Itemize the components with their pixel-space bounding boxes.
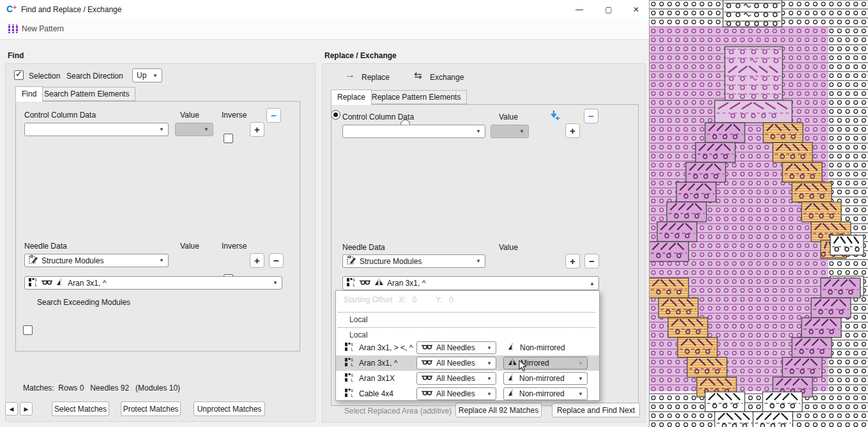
replace-all-matches-button[interactable]: Replace All 92 Matches <box>455 403 542 417</box>
tab-replace-pattern-elements[interactable]: Replace Pattern Elements <box>365 90 467 104</box>
svg-text:L: L <box>351 393 354 398</box>
remove-control-column-button[interactable]: − <box>584 109 598 123</box>
needles-select[interactable]: All Needles <box>416 372 496 385</box>
replace-radio-label: Replace <box>362 73 390 82</box>
non-mirrored-icon <box>56 279 65 288</box>
mirror-mode-select[interactable]: Non-mirrored <box>503 387 588 400</box>
needles-select[interactable]: All Needles <box>416 341 496 354</box>
needles-icon <box>421 374 433 383</box>
inverse-label: Inverse <box>222 111 247 120</box>
module-sl-icon: sL <box>345 342 354 353</box>
non-mirrored-icon <box>508 343 516 352</box>
add-from-selection-button[interactable] <box>547 108 563 125</box>
exchange-arrows-icon: ⇆ <box>414 70 422 81</box>
needles-icon <box>421 359 433 368</box>
module-sl-icon: sL <box>345 388 354 400</box>
svg-text:s: s <box>351 373 354 377</box>
structure-modules-icon <box>29 255 38 267</box>
svg-text:s: s <box>353 277 356 282</box>
needle-data-select[interactable]: Structure Modules <box>24 254 169 267</box>
svg-text:s: s <box>351 388 354 392</box>
plus-icon: + <box>570 125 575 136</box>
find-tab-content <box>15 101 300 352</box>
search-direction-select[interactable]: Up <box>132 68 162 82</box>
module-option-name: Aran 3x1, > <, ^ <box>359 343 416 352</box>
chevron-down-icon <box>487 361 492 366</box>
module-option-row[interactable]: sLAran 3x1XAll NeedlesNon-mirrored <box>336 371 599 386</box>
select-matches-button[interactable]: Select Matches <box>52 401 109 416</box>
plus-icon: + <box>254 255 260 266</box>
replace-arrow-icon: → <box>345 69 355 81</box>
control-column-data-select[interactable] <box>24 123 169 136</box>
next-match-button[interactable]: ▶ <box>20 402 33 415</box>
svg-text:L: L <box>351 378 354 382</box>
popup-ghost-text: Starting Offset X: 0 Y: 0 <box>344 295 453 304</box>
mirror-mode-select[interactable]: Non-mirrored <box>503 372 588 385</box>
matches-status: Matches: Rows 0 Needles 92 (Modules 10) <box>23 384 180 392</box>
popup-group-label: Local <box>349 330 368 339</box>
mirror-mode-select[interactable]: Mirrored <box>503 357 588 369</box>
svg-text:s: s <box>351 342 354 346</box>
new-pattern-button[interactable]: New Pattern <box>22 24 64 33</box>
new-pattern-icon <box>6 24 18 33</box>
mirrored-icon <box>374 279 384 288</box>
chevron-down-icon <box>159 127 164 132</box>
chevron-down-icon <box>476 128 481 134</box>
svg-text:L: L <box>35 283 38 287</box>
add-needle-data-button[interactable]: + <box>565 254 580 268</box>
module-option-name: Aran 3x1X <box>359 374 416 383</box>
add-control-column-button[interactable]: + <box>565 123 580 138</box>
chevron-down-icon <box>578 376 583 382</box>
unprotect-matches-button[interactable]: Unprotect Matches <box>194 401 265 416</box>
inverse-label: Inverse <box>222 242 247 251</box>
module-option-row[interactable]: sLAran 3x1, ^All NeedlesMirrored <box>336 355 599 371</box>
module-option-row[interactable]: sLAran 3x1, > <, ^All NeedlesNon-mirrore… <box>336 340 599 355</box>
svg-text:L: L <box>351 347 354 352</box>
chevron-down-icon <box>487 391 492 397</box>
control-column-data-select[interactable] <box>342 125 485 138</box>
module-option-row[interactable]: sLCable 4x4All NeedlesNon-mirrored <box>336 386 599 401</box>
add-control-column-button[interactable]: + <box>250 122 264 137</box>
module-sl-icon: sL <box>29 277 38 289</box>
tab-replace[interactable]: Replace <box>331 89 372 105</box>
find-section-header: Find <box>8 51 24 60</box>
popup-separator <box>339 312 595 313</box>
add-needle-data-button[interactable]: + <box>250 253 264 268</box>
needles-icon <box>421 389 433 398</box>
needle-data-select[interactable]: Structure Modules <box>342 254 485 268</box>
module-dropdown-popup: Starting Offset X: 0 Y: 0 Local Local sL… <box>335 290 600 401</box>
needles-select[interactable]: All Needles <box>416 357 496 369</box>
popup-group-label: Local <box>349 315 368 324</box>
mirror-mode: Non-mirrored <box>503 341 588 354</box>
module-sl-icon: sL <box>347 277 356 289</box>
protect-matches-button[interactable]: Protect Matches <box>121 401 181 416</box>
tab-find[interactable]: Find <box>15 86 43 102</box>
replace-module-select[interactable]: sL Aran 3x1, ^ <box>342 276 599 290</box>
replace-section-header: Replace / Exchange <box>324 51 397 60</box>
remove-needle-data-button[interactable]: − <box>269 253 284 268</box>
chevron-up-icon <box>590 281 595 286</box>
control-column-data-label: Control Column Data <box>342 113 414 121</box>
close-button[interactable]: ✕ <box>623 0 649 19</box>
selection-checkbox[interactable] <box>14 70 24 80</box>
pattern-grid[interactable] <box>650 0 868 427</box>
popup-separator <box>339 327 595 328</box>
selection-label: Selection <box>29 72 60 81</box>
minimize-button[interactable]: — <box>565 0 594 19</box>
search-exceeding-checkbox[interactable] <box>23 325 33 335</box>
chevron-down-icon <box>153 73 158 79</box>
chevron-down-icon <box>578 391 583 397</box>
prev-match-button[interactable]: ◀ <box>5 402 18 415</box>
find-module-select[interactable]: sL Aran 3x1, ^ <box>24 276 282 290</box>
tab-search-pattern-elements[interactable]: Search Pattern Elements <box>38 87 135 101</box>
remove-control-column-button[interactable]: − <box>266 108 281 123</box>
replace-and-find-next-button[interactable]: Replace and Find Next <box>552 403 640 417</box>
remove-needle-data-button[interactable]: − <box>584 254 599 268</box>
minus-icon: − <box>273 255 279 266</box>
svg-text:s: s <box>351 357 354 362</box>
needles-select[interactable]: All Needles <box>416 387 496 400</box>
arrow-down-plus-icon <box>549 110 561 123</box>
control-column-inverse-checkbox[interactable] <box>224 134 233 143</box>
chevron-down-icon <box>159 258 164 263</box>
maximize-button[interactable]: ▢ <box>594 0 623 19</box>
